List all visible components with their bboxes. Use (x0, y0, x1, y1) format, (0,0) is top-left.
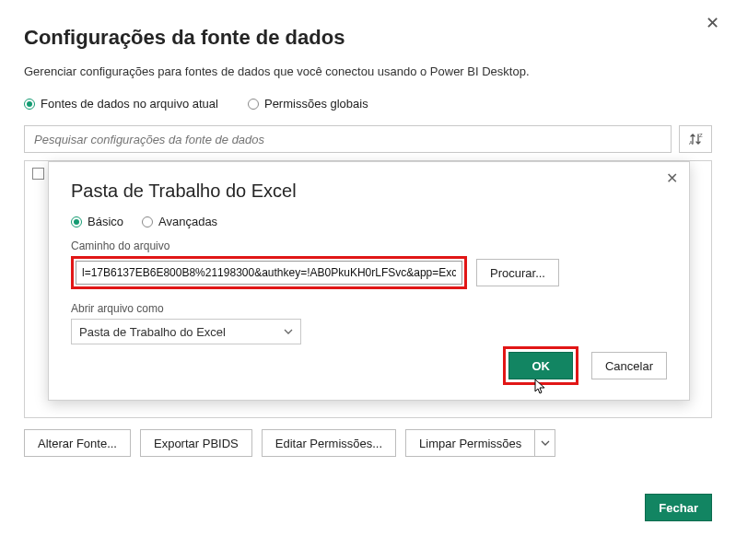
radio-basic[interactable]: Básico (71, 215, 123, 228)
clear-permissions-caret[interactable] (535, 429, 555, 457)
open-as-dropdown[interactable]: Pasta de Trabalho do Excel (71, 319, 301, 344)
radio-icon (24, 99, 35, 110)
clear-permissions-split: Limpar Permissões (405, 429, 555, 457)
close-icon[interactable]: ✕ (706, 13, 719, 33)
browse-button[interactable]: Procurar... (476, 259, 559, 286)
mode-radio-group: Básico Avançadas (71, 215, 667, 228)
cancel-button[interactable]: Cancelar (591, 352, 667, 379)
radio-label: Fontes de dados no arquivo atual (41, 97, 218, 111)
alter-source-button[interactable]: Alterar Fonte... (24, 429, 131, 457)
page-title: Configurações da fonte de dados (24, 26, 712, 50)
radio-advanced[interactable]: Avançadas (142, 215, 217, 228)
dropdown-value: Pasta de Trabalho do Excel (79, 325, 226, 339)
cursor-icon (534, 379, 547, 395)
radio-label: Permissões globais (264, 97, 368, 111)
radio-global-permissions[interactable]: Permissões globais (248, 97, 368, 111)
list-item-checkbox[interactable] (32, 168, 44, 180)
radio-label: Avançadas (158, 215, 217, 228)
svg-text:Z: Z (699, 133, 703, 138)
sort-icon: AZ (688, 132, 703, 146)
close-button[interactable]: Fechar (645, 494, 712, 521)
excel-workbook-dialog: ✕ Pasta de Trabalho do Excel Básico Avan… (48, 161, 690, 401)
radio-icon (71, 216, 82, 228)
chevron-down-icon (284, 327, 293, 336)
export-pbids-button[interactable]: Exportar PBIDS (140, 429, 252, 457)
file-path-label: Caminho do arquivo (71, 239, 667, 252)
scope-radio-group: Fontes de dados no arquivo atual Permiss… (24, 97, 712, 111)
close-icon[interactable]: ✕ (666, 169, 678, 187)
highlight-box: OK (503, 346, 578, 385)
svg-text:A: A (689, 140, 693, 146)
radio-icon (248, 99, 259, 110)
file-path-input[interactable] (76, 261, 462, 285)
radio-icon (142, 216, 153, 228)
clear-permissions-button[interactable]: Limpar Permissões (405, 429, 535, 457)
sort-button[interactable]: AZ (679, 125, 712, 153)
edit-permissions-button[interactable]: Editar Permissões... (262, 429, 396, 457)
ok-button[interactable]: OK (508, 352, 573, 379)
page-description: Gerenciar configurações para fontes de d… (24, 64, 712, 78)
open-as-label: Abrir arquivo como (71, 302, 667, 315)
radio-label: Básico (88, 215, 123, 228)
radio-current-file[interactable]: Fontes de dados no arquivo atual (24, 97, 218, 111)
dialog-title: Pasta de Trabalho do Excel (71, 181, 667, 202)
highlight-box (71, 256, 467, 289)
search-input[interactable] (24, 125, 672, 153)
chevron-down-icon (541, 438, 550, 448)
